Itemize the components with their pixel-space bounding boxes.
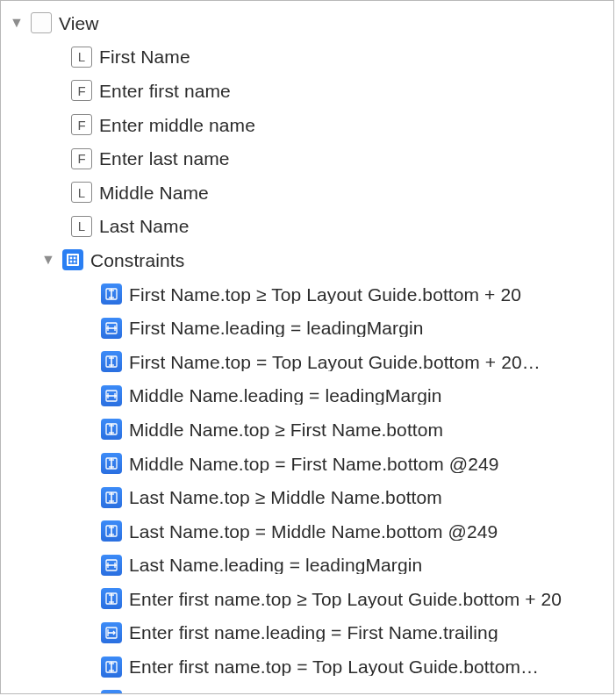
label-icon: L bbox=[71, 216, 92, 237]
row-label: Enter first name.top ≥ Top Layout Guide.… bbox=[129, 590, 562, 608]
row-label: Enter first name.top = Top Layout Guide.… bbox=[129, 657, 539, 676]
horizontal-constraint-icon bbox=[101, 555, 122, 576]
outline-row-constraint[interactable]: Enter first name.top = Top Layout Guide.… bbox=[1, 649, 613, 684]
vertical-constraint-icon bbox=[101, 657, 122, 678]
row-label: Middle Name bbox=[99, 183, 209, 202]
horizontal-constraint-icon bbox=[101, 318, 122, 339]
row-label: First Name.leading = leadingMargin bbox=[129, 319, 423, 337]
row-label: Last Name.top ≥ Middle Name.bottom bbox=[129, 488, 442, 506]
horizontal-constraint-icon bbox=[101, 385, 122, 406]
row-label: Last Name bbox=[99, 217, 189, 235]
outline-row-label-last-name[interactable]: L Last Name bbox=[1, 210, 613, 244]
textfield-icon: F bbox=[71, 80, 92, 101]
outline-row-field-last-name[interactable]: F Enter last name bbox=[1, 141, 613, 176]
label-icon: L bbox=[71, 182, 92, 203]
row-label: Constraints bbox=[90, 251, 184, 269]
view-icon bbox=[31, 12, 52, 33]
outline-row-constraint[interactable]: First Name.leading = leadingMargin bbox=[1, 311, 613, 345]
row-label: Enter middle name bbox=[99, 116, 255, 134]
outline-row-constraint[interactable]: Enter first name.trailing = trailingMarg… bbox=[1, 684, 613, 694]
disclosure-triangle[interactable]: ▼ bbox=[10, 16, 24, 30]
outline-row-constraint[interactable]: Last Name.leading = leadingMargin bbox=[1, 549, 613, 583]
outline-row-field-middle-name[interactable]: F Enter middle name bbox=[1, 108, 613, 142]
label-icon: L bbox=[71, 47, 92, 68]
row-label: Enter first name bbox=[99, 82, 231, 100]
constraints-group-icon bbox=[62, 249, 83, 270]
vertical-constraint-icon bbox=[101, 283, 122, 305]
vertical-constraint-icon bbox=[101, 520, 122, 542]
outline-row-constraint[interactable]: Middle Name.leading = leadingMargin bbox=[1, 379, 613, 413]
outline-row-constraint[interactable]: Enter first name.top ≥ Top Layout Guide.… bbox=[1, 582, 613, 616]
row-label: First Name.top ≥ Top Layout Guide.bottom… bbox=[129, 285, 521, 304]
outline-row-constraint[interactable]: Enter first name.leading = First Name.tr… bbox=[1, 616, 613, 650]
row-label: Enter first name.leading = First Name.tr… bbox=[129, 623, 498, 642]
outline-row-constraint[interactable]: Last Name.top = Middle Name.bottom @249 bbox=[1, 514, 613, 549]
vertical-constraint-icon bbox=[101, 419, 122, 440]
outline-row-constraints[interactable]: ▼ Constraints bbox=[1, 243, 613, 277]
outline-row-constraint[interactable]: Middle Name.top ≥ First Name.bottom bbox=[1, 413, 613, 447]
row-label: Middle Name.top = First Name.bottom @249 bbox=[129, 455, 499, 473]
vertical-constraint-icon bbox=[101, 487, 122, 508]
row-label: First Name.top = Top Layout Guide.bottom… bbox=[129, 353, 541, 371]
outline-row-label-middle-name[interactable]: L Middle Name bbox=[1, 176, 613, 210]
vertical-constraint-icon bbox=[101, 453, 122, 474]
row-label: Middle Name.leading = leadingMargin bbox=[129, 386, 442, 405]
outline-row-constraint[interactable]: First Name.top ≥ Top Layout Guide.bottom… bbox=[1, 277, 613, 312]
outline-row-label-first-name[interactable]: L First Name bbox=[1, 40, 613, 75]
row-label: Last Name.top = Middle Name.bottom @249 bbox=[129, 522, 498, 541]
textfield-icon: F bbox=[71, 148, 92, 169]
document-outline: ▼ View L First Name F Enter first name F… bbox=[0, 0, 614, 694]
row-label: Enter last name bbox=[99, 149, 230, 168]
row-label: First Name bbox=[99, 47, 190, 66]
row-label: Last Name.leading = leadingMargin bbox=[129, 556, 422, 574]
vertical-constraint-icon bbox=[101, 351, 122, 372]
outline-row-constraint[interactable]: Last Name.top ≥ Middle Name.bottom bbox=[1, 480, 613, 514]
textfield-icon: F bbox=[71, 114, 92, 135]
row-label: Middle Name.top ≥ First Name.bottom bbox=[129, 420, 443, 439]
row-label: Enter first name.trailing = trailingMarg… bbox=[129, 692, 454, 694]
trailing-constraint-icon bbox=[101, 690, 122, 694]
horizontal-spacing-icon bbox=[101, 622, 122, 643]
outline-row-constraint[interactable]: First Name.top = Top Layout Guide.bottom… bbox=[1, 345, 613, 379]
outline-row-view[interactable]: ▼ View bbox=[1, 6, 613, 40]
outline-row-field-first-name[interactable]: F Enter first name bbox=[1, 74, 613, 108]
row-label: View bbox=[59, 14, 99, 32]
disclosure-triangle[interactable]: ▼ bbox=[41, 253, 55, 267]
outline-row-constraint[interactable]: Middle Name.top = First Name.bottom @249 bbox=[1, 447, 613, 481]
vertical-constraint-icon bbox=[101, 588, 122, 609]
